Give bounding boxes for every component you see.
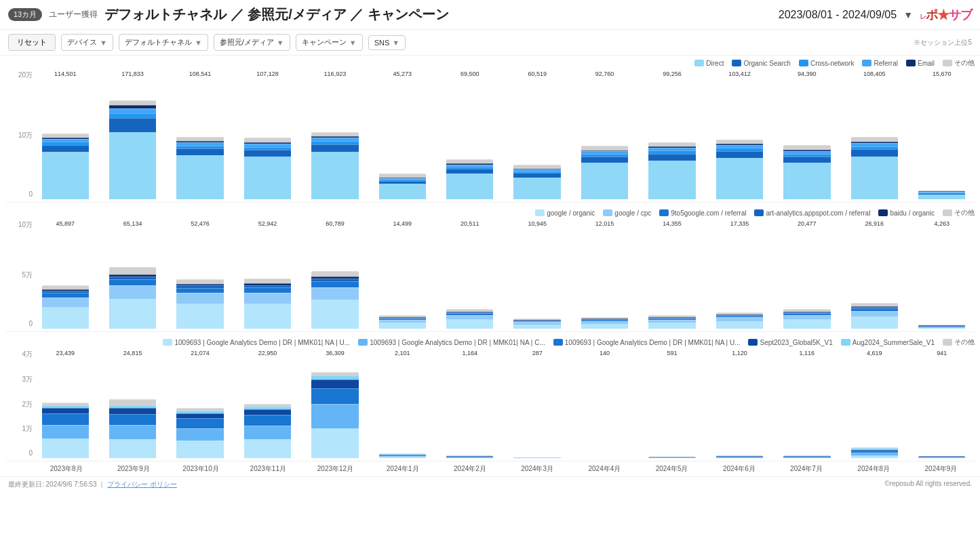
bar-segment xyxy=(716,151,763,159)
bar-stack xyxy=(379,453,426,458)
bar-value-label: 171,833 xyxy=(121,70,144,77)
referral-dropdown-arrow: ▼ xyxy=(277,39,284,47)
legend-label: その他 xyxy=(954,338,975,347)
bar-value-label: 140 xyxy=(600,350,610,356)
bar-segment xyxy=(446,169,493,174)
bar-group: 60,519 xyxy=(505,70,570,199)
bar-segment xyxy=(176,304,223,329)
bar-segment xyxy=(109,299,156,329)
bar-group: 114,501 xyxy=(33,70,98,199)
bar-value-label: 1,164 xyxy=(462,350,477,356)
bar-value-label: 69,500 xyxy=(460,70,479,77)
bar-segment xyxy=(42,298,89,307)
bar-stack xyxy=(648,315,695,329)
bar-stack xyxy=(783,145,830,199)
bar-value-label: 114,501 xyxy=(54,70,77,77)
legend-label: 1009693 | Google Analytics Demo | DR | M… xyxy=(565,339,741,346)
bar-group: 94,390 xyxy=(775,70,840,199)
bar-value-label: 107,128 xyxy=(256,70,279,77)
chart3-legend: 1009693 | Google Analytics Demo | DR | M… xyxy=(5,338,975,347)
bar-segment xyxy=(716,158,763,199)
bar-segment xyxy=(176,413,223,418)
sns-filter[interactable]: SNS ▼ xyxy=(368,35,406,50)
bar-stack xyxy=(581,146,628,199)
bar-group: 108,541 xyxy=(168,70,233,199)
bar-stack xyxy=(311,271,358,329)
bar-segment xyxy=(176,441,223,458)
bar-segment xyxy=(783,319,830,329)
chart3-bars: 23,43924,81521,07422,95036,3092,1011,164… xyxy=(33,350,975,458)
bar-segment xyxy=(311,428,358,458)
bar-segment xyxy=(244,409,291,415)
footer: 最終更新日: 2024/9/6 7:56:53 ｜ プライバシー ポリシー ©r… xyxy=(0,476,980,492)
bar-segment xyxy=(446,457,493,458)
privacy-link[interactable]: プライバシー ポリシー xyxy=(107,481,177,488)
channel-filter[interactable]: デフォルトチャネル ▼ xyxy=(119,34,208,51)
bar-value-label: 23,439 xyxy=(56,350,75,356)
bar-stack xyxy=(244,138,291,199)
bar-stack xyxy=(42,285,89,329)
bar-segment xyxy=(244,293,291,304)
bar-segment xyxy=(109,132,156,199)
chart1-bars: 114,501171,833108,541107,128116,92345,27… xyxy=(33,70,975,199)
legend-color xyxy=(943,339,952,346)
legend-color xyxy=(943,60,952,66)
bar-stack xyxy=(648,142,695,199)
bar-segment xyxy=(716,321,763,329)
date-dropdown[interactable]: ▼ xyxy=(903,9,913,20)
bar-segment xyxy=(783,145,830,150)
bar-segment xyxy=(783,457,830,458)
bar-stack xyxy=(379,174,426,199)
update-text: 最終更新日: 2024/9/6 7:56:53 xyxy=(8,481,97,488)
bar-segment xyxy=(851,137,898,142)
bar-segment xyxy=(244,138,291,142)
bar-group: 52,476 xyxy=(168,220,233,329)
x-label: 2023年10月 xyxy=(167,464,234,474)
bar-segment xyxy=(648,457,695,458)
bar-segment xyxy=(311,380,358,388)
bar-segment xyxy=(244,439,291,458)
x-label: 2024年5月 xyxy=(638,464,705,474)
legend-label: Sept2023_Global5K_V1 xyxy=(760,339,832,346)
legend-color xyxy=(659,209,669,216)
legend-item: その他 xyxy=(943,338,975,347)
bar-group: 107,128 xyxy=(235,70,300,199)
bar-segment xyxy=(918,328,965,329)
bar-segment xyxy=(851,317,898,329)
footer-left: 最終更新日: 2024/9/6 7:56:53 ｜ プライバシー ポリシー xyxy=(8,480,177,489)
bar-segment xyxy=(311,404,358,428)
bar-group: 941 xyxy=(909,350,974,458)
bar-stack xyxy=(716,312,763,329)
reset-button[interactable]: リセット xyxy=(8,34,56,51)
bar-segment xyxy=(109,399,156,405)
bar-segment xyxy=(109,439,156,458)
bar-value-label: 108,541 xyxy=(189,70,212,77)
bar-value-label: 14,499 xyxy=(393,220,412,227)
bar-value-label: 52,942 xyxy=(258,220,277,227)
bar-stack xyxy=(716,140,763,199)
bar-segment xyxy=(648,154,695,161)
date-range: 2023/08/01 - 2024/09/05 xyxy=(779,9,897,21)
bar-value-label: 20,477 xyxy=(798,220,817,227)
bar-stack xyxy=(648,457,695,458)
bar-group: 52,942 xyxy=(235,220,300,329)
bar-value-label: 45,273 xyxy=(393,70,412,77)
bar-segment xyxy=(918,457,965,458)
charts-container: DirectOrganic SearchCross-networkReferra… xyxy=(0,56,980,476)
legend-color xyxy=(748,339,758,346)
bar-stack xyxy=(783,455,830,458)
legend-label: baidu / organic xyxy=(890,209,935,217)
bar-group: 4,263 xyxy=(909,220,974,329)
legend-label: 1009693 | Google Analytics Demo | DR | M… xyxy=(370,339,545,346)
referral-filter[interactable]: 参照元/メディア ▼ xyxy=(214,34,290,51)
bar-group: 171,833 xyxy=(100,70,165,199)
bar-segment xyxy=(244,279,291,283)
bar-segment xyxy=(513,457,560,458)
logo: レポ★サブ xyxy=(920,7,972,23)
campaign-filter[interactable]: キャンペーン ▼ xyxy=(296,34,363,51)
bar-group: 17,335 xyxy=(707,220,772,329)
device-filter[interactable]: デバイス ▼ xyxy=(61,34,113,51)
bar-stack xyxy=(176,137,223,199)
bar-segment xyxy=(109,425,156,440)
bar-value-label: 10,945 xyxy=(528,220,547,227)
